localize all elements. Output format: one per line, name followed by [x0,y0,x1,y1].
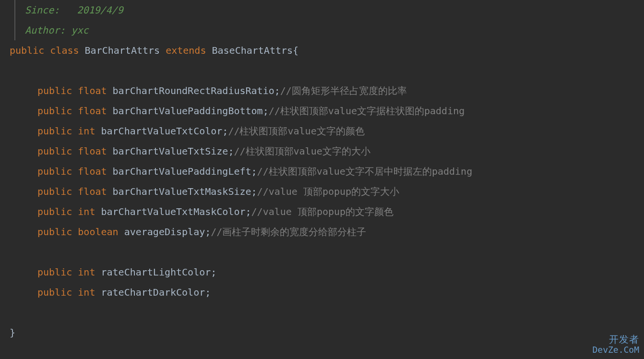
semicolon: ; [222,125,228,137]
semicolon: ; [251,186,257,197]
keyword-type: float [78,166,107,177]
field-name: barChartValuePaddingBottom [113,105,263,117]
keyword-type: int [78,287,95,298]
keyword-modifier: public [37,206,72,217]
semicolon: ; [228,145,234,157]
semicolon: ; [263,105,269,117]
keyword-modifier: public [37,125,72,137]
javadoc-author-value: yxc [71,24,88,36]
class-declaration: public class BarChartAttrs extends BaseC… [10,40,634,60]
field-declaration: public int barChartValueTxtMaskColor;//v… [10,202,634,222]
javadoc-since-line: Since: 2019/4/9 [25,0,634,20]
field-declaration: public int barChartValueTxtColor;//柱状图顶部… [10,121,634,141]
keyword-type: float [78,145,107,157]
class-name: BarChartAttrs [85,45,160,56]
keyword-class: class [50,45,79,56]
field-name: barChartValueTxtSize [113,145,228,157]
field-declaration: public float barChartValueTxtSize;//柱状图顶… [10,141,634,161]
field-declaration: public float barChartValuePaddingLeft;//… [10,161,634,181]
javadoc-since-value: 2019/4/9 [77,4,123,16]
javadoc-author-line: Author: yxc [25,20,634,40]
line-comment: //柱状图顶部value文字不居中时据左的padding [257,166,473,177]
keyword-type: float [78,105,107,117]
field-name: rateChartDarkColor [101,287,205,298]
field-declaration: public float barChartValuePaddingBottom;… [10,101,634,121]
super-class-name: BaseChartAttrs [212,45,293,56]
code-editor[interactable]: Since: 2019/4/9 Author: yxc public class… [0,0,644,343]
class-close: } [10,323,634,343]
line-comment: //柱状图顶部value文字的颜色 [228,125,364,137]
field-name: barChartValueTxtMaskSize [113,186,251,197]
brace-close: } [10,327,15,338]
keyword-type: boolean [78,226,118,238]
keyword-modifier: public [37,85,72,96]
line-comment: //画柱子时剩余的宽度分给部分柱子 [211,226,366,238]
field-name: averageDisplay [124,226,205,238]
keyword-type: float [78,85,107,96]
keyword-modifier: public [37,166,72,177]
line-comment: //value 顶部popup的文字颜色 [251,206,394,217]
field-name: barChartValueTxtColor [101,125,222,137]
keyword-modifier: public [37,287,72,298]
line-comment: //value 顶部popup的文字大小 [257,186,400,197]
semicolon: ; [274,85,280,96]
field-name: barChartRoundRectRadiusRatio [113,85,274,96]
semicolon: ; [205,226,211,238]
semicolon: ; [251,166,257,177]
field-name: barChartValueTxtMaskColor [101,206,245,217]
blank-line [10,302,634,323]
javadoc-block: Since: 2019/4/9 Author: yxc [14,0,634,40]
keyword-type: float [78,186,107,197]
field-declaration: public boolean averageDisplay;//画柱子时剩余的宽… [10,222,634,242]
keyword-modifier: public [37,105,72,117]
keyword-extends: extends [166,45,206,56]
javadoc-since-label: Since: [25,4,60,16]
keyword-modifier: public [37,226,72,238]
field-declaration: public int rateChartLightColor; [10,262,634,282]
line-comment: //圆角矩形半径占宽度的比率 [280,85,407,96]
line-comment: //柱状图顶部value文字据柱状图的padding [269,105,465,117]
watermark-line2: DevZe.CoM [592,345,639,355]
keyword-public: public [10,45,44,56]
brace-open: { [293,45,298,56]
field-name: rateChartLightColor [101,266,211,278]
field-name: barChartValuePaddingLeft [113,166,251,177]
semicolon: ; [211,266,216,278]
semicolon: ; [246,206,251,217]
keyword-modifier: public [37,145,72,157]
keyword-type: int [78,266,95,278]
watermark-line1: 开发者 [592,334,639,345]
field-declaration: public int rateChartDarkColor; [10,282,634,302]
field-declaration: public float barChartValueTxtMaskSize;//… [10,181,634,202]
watermark: 开发者 DevZe.CoM [592,334,639,355]
blank-line [10,60,634,81]
keyword-modifier: public [37,186,72,197]
javadoc-author-label: Author: [25,24,65,36]
line-comment: //柱状图顶部value文字的大小 [234,145,370,157]
blank-line [10,242,634,262]
semicolon: ; [205,287,211,298]
keyword-type: int [78,125,95,137]
field-declaration: public float barChartRoundRectRadiusRati… [10,81,634,101]
keyword-type: int [78,206,95,217]
keyword-modifier: public [37,266,72,278]
